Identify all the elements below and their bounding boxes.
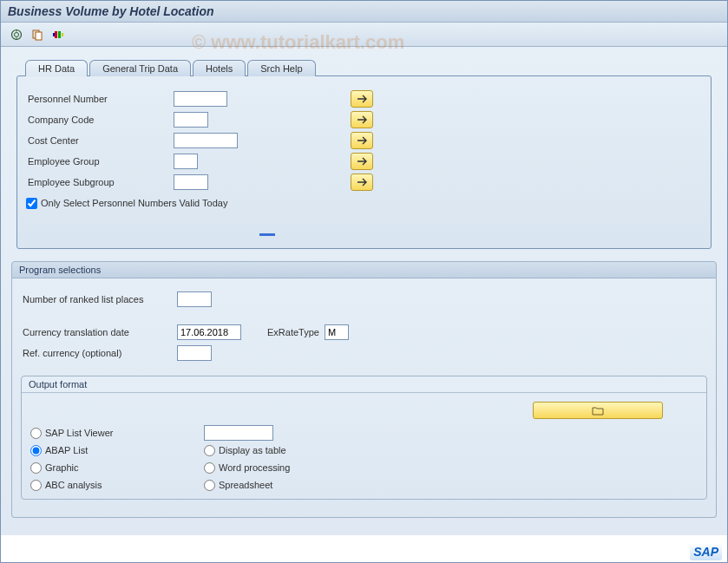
output-format-group: Output format SAP List Viewer ABAP List … [21,376,707,500]
ranked-list-input[interactable] [177,291,212,307]
ref-currency-label: Ref. currency (optional) [21,348,177,358]
svg-point-1 [15,32,19,36]
variant-icon[interactable] [29,26,46,43]
currency-date-input[interactable] [177,324,241,340]
personnel-number-label: Personnel Number [26,94,174,104]
spreadsheet-radio[interactable] [204,480,215,491]
program-selections-title: Program selections [11,261,717,278]
cost-center-label: Cost Center [26,135,174,146]
cost-center-input[interactable] [174,133,238,148]
word-processing-radio[interactable] [204,462,215,474]
employee-group-input[interactable] [174,154,198,169]
tab-body-hr-data: Personnel Number Company Code Cost Cente… [16,75,712,249]
company-code-input[interactable] [174,112,208,128]
display-as-table-radio[interactable] [204,445,215,456]
company-code-label: Company Code [26,115,174,125]
tab-hr-data[interactable]: HR Data [25,60,88,76]
personnel-number-multi-button[interactable] [351,90,373,108]
company-code-multi-button[interactable] [351,111,373,128]
employee-subgroup-input[interactable] [174,174,208,190]
employee-subgroup-label: Employee Subgroup [26,177,174,187]
program-selections-body: Number of ranked list places Currency tr… [11,278,717,518]
graphic-label: Graphic [45,462,79,473]
valid-today-label: Only Select Personnel Numbers Valid Toda… [41,198,227,208]
output-folder-button[interactable] [533,402,663,419]
cost-center-multi-button[interactable] [351,132,373,149]
abap-list-label: ABAP List [45,445,88,455]
valid-today-checkbox[interactable] [26,198,37,209]
employee-subgroup-multi-button[interactable] [351,173,373,191]
graphic-radio[interactable] [30,462,42,474]
ranked-list-label: Number of ranked list places [21,294,177,304]
cursor-mark [259,233,275,236]
folder-icon [592,406,604,416]
tab-general-trip-data[interactable]: General Trip Data [89,60,191,76]
personnel-number-input[interactable] [174,91,227,107]
sap-list-viewer-input[interactable] [204,425,273,441]
content-area: HR Data General Trip Data Hotels Srch He… [1,47,727,535]
tab-strip: HR Data General Trip Data Hotels Srch He… [10,54,718,75]
svg-rect-6 [55,31,57,38]
display-as-table-label: Display as table [219,445,286,455]
svg-rect-8 [53,33,55,36]
sap-list-viewer-radio[interactable] [30,428,42,439]
exrate-type-input[interactable] [325,324,349,340]
spreadsheet-label: Spreadsheet [219,480,272,490]
svg-rect-5 [36,32,42,40]
currency-date-label: Currency translation date [21,327,177,337]
word-processing-label: Word processing [219,462,290,473]
abc-analysis-label: ABC analysis [45,480,102,490]
abc-analysis-radio[interactable] [30,480,42,491]
output-format-title: Output format [22,376,706,393]
sap-logo: SAP [690,545,722,559]
execute-icon[interactable] [8,26,25,43]
svg-rect-7 [58,31,61,38]
selection-icon[interactable] [49,26,67,43]
sap-list-viewer-label: SAP List Viewer [45,428,113,438]
tab-hotels[interactable]: Hotels [193,60,246,76]
abap-list-radio[interactable] [30,445,42,456]
ref-currency-input[interactable] [177,345,212,361]
toolbar [1,23,727,47]
exrate-type-label: ExRateType [267,327,319,337]
employee-group-label: Employee Group [26,156,174,167]
svg-rect-9 [62,33,63,36]
tab-srch-help[interactable]: Srch Help [247,60,315,76]
page-title: Business Volume by Hotel Location [1,1,727,23]
employee-group-multi-button[interactable] [351,153,373,170]
